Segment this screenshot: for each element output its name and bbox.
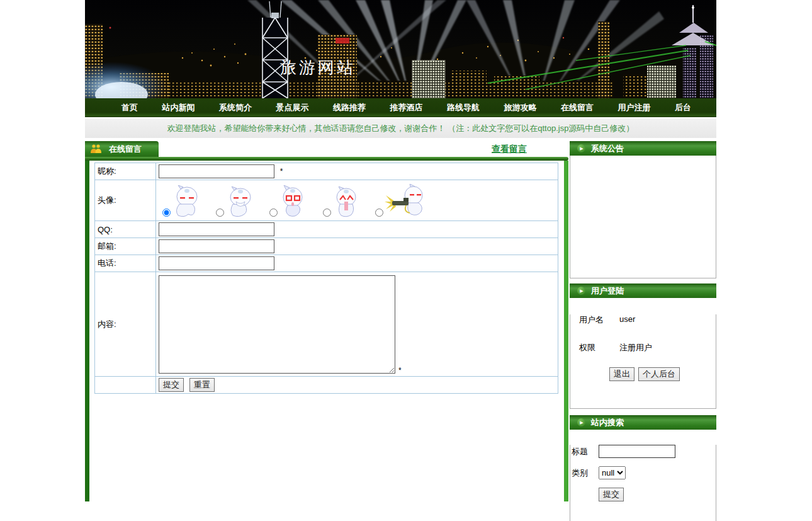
nickname-input[interactable]	[159, 164, 274, 178]
role-label: 权限	[579, 342, 619, 353]
sidebar: ▶ 系统公告 ▶ 用户登陆 用户名 user 权限	[570, 141, 716, 521]
phone-label: 电话:	[95, 255, 156, 272]
required-mark: *	[398, 366, 402, 375]
nav-item-message[interactable]: 在线留言	[561, 102, 594, 113]
search-category-label: 类别	[570, 467, 599, 479]
email-input[interactable]	[159, 239, 274, 253]
table-row: 提交 重置	[95, 377, 558, 394]
username-label: 用户名	[579, 314, 619, 326]
banner-image: 旅游网站	[85, 0, 716, 98]
login-title: 用户登陆	[591, 285, 624, 297]
table-row: QQ:	[95, 221, 558, 238]
table-row: 内容: *	[95, 272, 558, 377]
welcome-text: 欢迎登陆我站，希望能给你带来好心情，其他话语请您自己修改，谢谢合作！ （注：此处…	[167, 123, 634, 134]
table-row: 邮箱:	[95, 238, 558, 255]
content-label: 内容:	[95, 272, 156, 377]
search-box: ▶ 站内搜索 标题 类别 null	[570, 415, 716, 521]
nav-item-news[interactable]: 站内新闻	[162, 102, 195, 113]
announcement-header: ▶ 系统公告	[570, 141, 716, 156]
nav-item-scenic[interactable]: 景点展示	[276, 102, 309, 113]
people-icon	[90, 144, 103, 155]
search-category-select[interactable]: null	[599, 466, 626, 479]
tab-online-message[interactable]: 在线留言	[85, 141, 159, 157]
nav-item-admin[interactable]: 后台	[675, 102, 691, 113]
avatar-radio-1[interactable]	[162, 209, 171, 217]
search-title: 站内搜索	[591, 417, 624, 428]
arrow-right-icon: ▶	[577, 418, 585, 427]
search-submit-button[interactable]: 提交	[599, 488, 624, 501]
email-label: 邮箱:	[95, 238, 156, 255]
search-header: ▶ 站内搜索	[570, 415, 716, 430]
nav-item-navigation[interactable]: 路线导航	[447, 102, 480, 113]
avatar-image-5	[385, 184, 425, 218]
reset-button[interactable]: 重置	[189, 378, 215, 392]
banner: 旅游网站	[85, 0, 716, 98]
avatar-image-3	[279, 185, 308, 218]
nickname-label: 昵称:	[95, 163, 156, 180]
logout-button[interactable]: 退出	[609, 367, 634, 381]
phone-input[interactable]	[159, 256, 274, 270]
role-value: 注册用户	[619, 342, 652, 353]
table-row: 电话:	[95, 255, 558, 272]
login-box: ▶ 用户登陆 用户名 user 权限 注册用户 退出 个人后台	[570, 283, 716, 409]
arrow-right-icon: ▶	[577, 287, 585, 295]
qq-label: QQ:	[95, 221, 156, 238]
avatar-image-2	[225, 186, 254, 218]
personal-admin-button[interactable]: 个人后台	[638, 367, 680, 381]
nav-item-routes[interactable]: 线路推荐	[333, 102, 366, 113]
arrow-right-icon: ▶	[577, 144, 585, 152]
page-container: 旅游网站 首页 站内新闻 系统简介 景点展示 线路推荐 推荐酒店 路线导航 旅游…	[85, 0, 716, 521]
avatar-radio-5[interactable]	[375, 209, 383, 217]
nav-item-guides[interactable]: 旅游攻略	[504, 102, 537, 113]
view-messages-link[interactable]: 查看留言	[492, 144, 527, 155]
avatar-image-4	[332, 186, 360, 218]
nav-item-hotels[interactable]: 推荐酒店	[390, 102, 423, 113]
qq-input[interactable]	[159, 222, 274, 236]
nav-item-register[interactable]: 用户注册	[618, 102, 651, 113]
nav-item-home[interactable]: 首页	[121, 102, 138, 113]
avatar-label: 头像:	[95, 180, 156, 221]
login-header: ▶ 用户登陆	[570, 283, 716, 298]
table-row: 昵称: *	[95, 163, 558, 180]
announcement-content	[570, 156, 716, 278]
submit-button[interactable]: 提交	[159, 378, 184, 392]
avatar-radio-4[interactable]	[323, 209, 331, 217]
avatar-radio-3[interactable]	[269, 209, 278, 217]
table-row: 头像:	[95, 180, 558, 221]
site-title: 旅游网站	[280, 58, 356, 77]
main-nav: 首页 站内新闻 系统简介 景点展示 线路推荐 推荐酒店 路线导航 旅游攻略 在线…	[85, 98, 716, 117]
avatar-options	[159, 181, 555, 219]
welcome-bar: 欢迎登陆我站，希望能给你带来好心情，其他话语请您自己修改，谢谢合作！ （注：此处…	[85, 118, 716, 138]
search-title-label: 标题	[570, 446, 599, 457]
search-title-input[interactable]	[599, 445, 675, 458]
avatar-radio-2[interactable]	[216, 209, 224, 217]
content-textarea[interactable]	[159, 275, 395, 374]
message-form-panel: 昵称: * 头像:	[85, 161, 568, 501]
message-form-table: 昵称: * 头像:	[94, 163, 558, 394]
tab-label: 在线留言	[109, 144, 142, 155]
username-value: user	[619, 314, 635, 326]
required-mark: *	[280, 167, 283, 176]
nav-item-intro[interactable]: 系统简介	[219, 102, 252, 113]
announcement-title: 系统公告	[591, 143, 624, 154]
avatar-image-1	[172, 185, 201, 218]
announcement-box: ▶ 系统公告	[570, 141, 716, 278]
main-column: 在线留言 查看留言 昵称: * 头像:	[85, 141, 568, 501]
